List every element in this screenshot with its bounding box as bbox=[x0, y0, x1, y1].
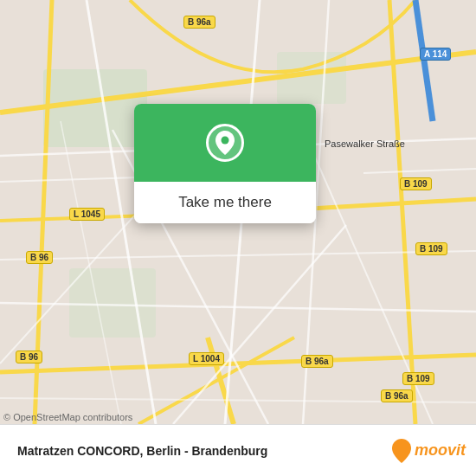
road-label-b96-ml: B 96 bbox=[26, 251, 53, 264]
road-label-l1045: L 1045 bbox=[69, 208, 105, 221]
take-me-there-button[interactable]: Take me there bbox=[134, 182, 316, 223]
svg-rect-1 bbox=[69, 268, 156, 338]
popup-header bbox=[134, 104, 316, 182]
svg-point-26 bbox=[222, 137, 229, 145]
map-container: B 96a B 96a B 96a B 96a B 109 B 109 B 10… bbox=[0, 0, 476, 424]
road-label-b96a-top: B 96a bbox=[183, 16, 215, 29]
moovit-text: moovit bbox=[415, 441, 466, 460]
moovit-logo: moovit bbox=[392, 439, 466, 463]
svg-line-22 bbox=[0, 177, 138, 182]
road-label-b96a-br: B 96a bbox=[381, 389, 413, 402]
road-label-a114: A 114 bbox=[420, 48, 451, 61]
road-label-b109-br: B 109 bbox=[402, 372, 434, 385]
street-label-pasewalker: Pasewalker Straße bbox=[325, 138, 405, 149]
road-label-b96a-bot: B 96a bbox=[301, 355, 333, 368]
svg-line-8 bbox=[138, 338, 294, 424]
road-label-b96-bl: B 96 bbox=[16, 351, 42, 363]
road-label-b109-tr: B 109 bbox=[400, 177, 432, 190]
road-label-l1004: L 1004 bbox=[189, 352, 224, 365]
svg-rect-0 bbox=[43, 69, 147, 147]
bottom-bar: Matratzen CONCORD, Berlin - Brandenburg … bbox=[0, 424, 476, 476]
road-label-b109-mr: B 109 bbox=[415, 242, 447, 255]
map-attribution: © OpenStreetMap contributors bbox=[3, 412, 132, 422]
location-pin-icon bbox=[215, 131, 235, 155]
bottom-title: Matratzen CONCORD, Berlin - Brandenburg bbox=[10, 444, 392, 458]
moovit-pin-icon bbox=[392, 439, 411, 463]
location-pin-circle bbox=[206, 124, 244, 162]
svg-line-23 bbox=[363, 169, 476, 173]
location-popup: Take me there bbox=[134, 104, 316, 223]
